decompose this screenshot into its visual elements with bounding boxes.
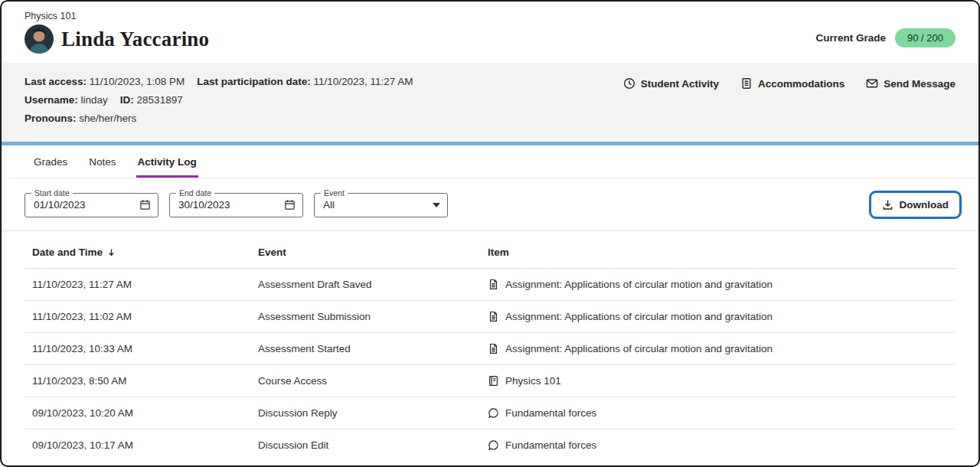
table-row: 09/10/2023, 10:20 AMDiscussion ReplyFund… [24, 397, 956, 429]
end-date-label: End date [176, 188, 214, 198]
envelope-icon [866, 77, 878, 90]
item-title: Fundamental forces [505, 439, 596, 451]
download-button[interactable]: Download [873, 194, 959, 215]
info-field-label: ID: [120, 94, 134, 106]
table-header-row: Date and Time Event Item [24, 231, 956, 269]
info-field: Last participation date: 11/10/2023, 11:… [197, 76, 413, 87]
info-field-label: Last access: [24, 76, 87, 87]
info-field: Pronouns: she/her/hers [24, 113, 136, 124]
item-title: Assignment: Applications of circular mot… [505, 311, 773, 322]
calendar-icon[interactable] [284, 199, 296, 211]
discussion-icon [488, 407, 499, 419]
info-field-label: Last participation date: [197, 76, 311, 87]
accommodations-icon [740, 77, 753, 90]
item-title: Physics 101 [505, 375, 561, 387]
cell-event: Discussion Edit [250, 429, 480, 461]
info-action-label: Student Activity [641, 78, 719, 90]
start-date-input[interactable] [34, 199, 139, 211]
send-message-button[interactable]: Send Message [866, 77, 956, 90]
end-date-field[interactable]: End date [169, 193, 303, 217]
table-row: 11/10/2023, 11:02 AMAssessment Submissio… [24, 301, 956, 333]
table-row: 09/10/2023, 10:17 AMDiscussion EditFunda… [24, 429, 956, 461]
avatar [24, 24, 54, 54]
cell-item: Fundamental forces [480, 397, 956, 429]
cell-date-time: 11/10/2023, 11:02 AM [24, 301, 250, 332]
column-header-event: Event [250, 231, 480, 269]
cell-event: Assessment Submission [250, 301, 480, 332]
cell-date-time: 09/10/2023, 10:20 AM [24, 397, 250, 429]
column-header-date-time[interactable]: Date and Time [24, 231, 250, 269]
accommodations-button[interactable]: Accommodations [740, 77, 844, 90]
column-header-item: Item [480, 231, 956, 269]
assignment-icon [488, 279, 499, 290]
assignment-icon [488, 343, 499, 354]
info-field-value: she/her/hers [79, 113, 136, 124]
column-header-label: Date and Time [32, 247, 103, 258]
calendar-icon[interactable] [139, 199, 151, 211]
caret-down-icon [433, 203, 440, 207]
info-action-label: Send Message [884, 78, 956, 90]
item-title: Fundamental forces [505, 407, 596, 419]
tab-bar: GradesNotesActivity Log [9, 145, 978, 178]
student-activity-button[interactable]: Student Activity [623, 77, 719, 90]
student-profile-page: Physics 101 Linda Yaccarino Current Grad… [0, 0, 980, 467]
page-header: Physics 101 Linda Yaccarino Current Grad… [2, 2, 978, 63]
cell-event: Discussion Reply [250, 397, 480, 429]
info-field-value: 28531897 [137, 94, 183, 106]
table-body: 11/10/2023, 11:27 AMAssessment Draft Sav… [24, 269, 956, 461]
info-action-label: Accommodations [758, 78, 844, 90]
cell-item: Assignment: Applications of circular mot… [480, 301, 956, 332]
info-fields: Last access: 11/10/2023, 1:08 PMLast par… [24, 76, 413, 131]
cell-date-time: 11/10/2023, 10:33 AM [24, 333, 250, 364]
cell-event: Course Access [250, 365, 480, 397]
table-row: 11/10/2023, 10:33 AMAssessment StartedAs… [24, 333, 956, 365]
student-info-bar: Last access: 11/10/2023, 1:08 PMLast par… [2, 63, 978, 145]
assignment-icon [488, 311, 499, 322]
tab-notes[interactable]: Notes [87, 145, 117, 178]
cell-date-time: 11/10/2023, 11:27 AM [24, 269, 250, 300]
cell-item: Assignment: Applications of circular mot… [480, 269, 956, 300]
end-date-input[interactable] [178, 199, 284, 211]
download-button-label: Download [900, 199, 949, 211]
activity-log-table: Date and Time Event Item 11/10/2023, 11:… [24, 231, 956, 461]
column-header-label: Item [488, 247, 509, 258]
info-actions: Student ActivityAccommodationsSend Messa… [623, 76, 956, 90]
column-header-label: Event [258, 247, 286, 258]
event-select[interactable]: Event All [314, 193, 448, 217]
info-field-value: 11/10/2023, 11:27 AM [313, 76, 413, 87]
cell-item: Assignment: Applications of circular mot… [480, 333, 956, 364]
info-field-label: Username: [24, 94, 78, 106]
current-grade-label: Current Grade [815, 32, 886, 44]
event-select-label: Event [321, 188, 348, 198]
tab-activity-log[interactable]: Activity Log [136, 145, 198, 178]
sort-desc-arrow-icon [107, 248, 116, 256]
item-title: Assignment: Applications of circular mot… [505, 279, 773, 290]
cell-item: Fundamental forces [480, 429, 956, 461]
student-identity: Physics 101 Linda Yaccarino [24, 11, 209, 54]
start-date-label: Start date [31, 188, 73, 198]
grade-badge[interactable]: 90 / 200 [895, 28, 956, 47]
download-highlight-ring: Download [869, 191, 962, 219]
info-field-value: linday [81, 94, 108, 106]
tab-grades[interactable]: Grades [32, 145, 69, 178]
cell-event: Assessment Started [250, 333, 480, 364]
info-field-label: Pronouns: [24, 113, 77, 124]
table-row: 11/10/2023, 8:50 AMCourse AccessPhysics … [24, 365, 956, 397]
table-row: 11/10/2023, 11:27 AMAssessment Draft Sav… [24, 269, 956, 301]
download-icon [882, 199, 893, 211]
info-field-value: 11/10/2023, 1:08 PM [90, 76, 185, 87]
cell-date-time: 09/10/2023, 10:17 AM [24, 429, 250, 461]
info-field: Username: linday [24, 94, 108, 106]
event-select-value: All [323, 199, 433, 211]
info-field: ID: 28531897 [120, 94, 183, 106]
current-grade: Current Grade 90 / 200 [815, 28, 956, 54]
book-icon [488, 375, 499, 387]
filter-bar: Start date End date Event All [2, 178, 978, 231]
cell-event: Assessment Draft Saved [250, 269, 480, 300]
clock-icon [623, 77, 635, 90]
start-date-field[interactable]: Start date [24, 193, 158, 217]
discussion-icon [488, 439, 499, 451]
item-title: Assignment: Applications of circular mot… [505, 343, 773, 354]
info-field: Last access: 11/10/2023, 1:08 PM [24, 76, 185, 87]
course-label: Physics 101 [24, 11, 209, 21]
